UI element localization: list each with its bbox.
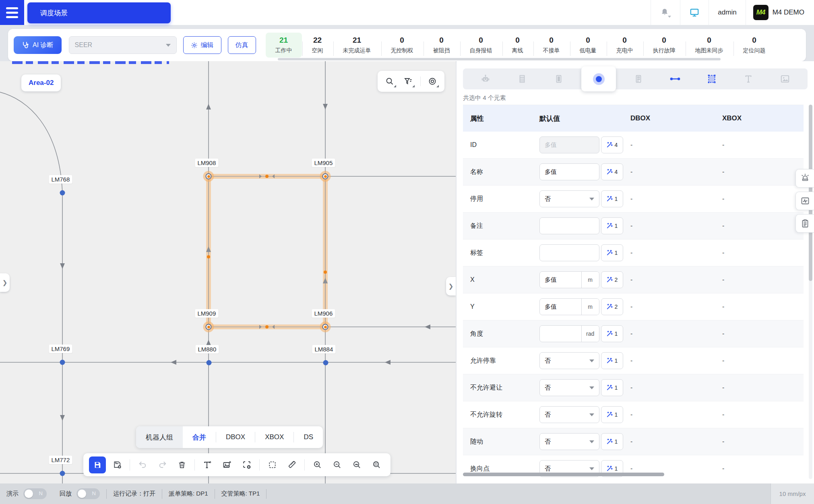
batch-apply-button[interactable]: 4 bbox=[601, 136, 623, 153]
batch-apply-button[interactable]: 1 bbox=[601, 379, 623, 396]
right-panel-collapse-handle[interactable]: ❯ bbox=[446, 277, 456, 295]
table-vertical-scrollbar[interactable] bbox=[809, 105, 812, 479]
toolbar-scrollbar[interactable] bbox=[278, 58, 721, 60]
map-node[interactable] bbox=[322, 174, 328, 180]
status-counter[interactable]: 0 不接单 bbox=[533, 33, 570, 58]
value-field[interactable]: 多值 m bbox=[539, 271, 599, 288]
status-counter[interactable]: 0 执行故障 bbox=[643, 33, 685, 58]
value-field[interactable]: 多值 bbox=[539, 136, 599, 153]
robot-group-select[interactable]: SEER bbox=[69, 36, 177, 54]
map-node[interactable] bbox=[323, 360, 328, 366]
value-field[interactable]: 多值 m bbox=[539, 298, 599, 315]
batch-apply-button[interactable]: 1 bbox=[601, 244, 623, 261]
value-field[interactable]: 否 bbox=[539, 190, 599, 207]
map-search-button[interactable] bbox=[383, 74, 397, 88]
value-field[interactable]: 否 bbox=[539, 406, 599, 423]
value-field[interactable] bbox=[539, 217, 599, 234]
zoom-in-button[interactable] bbox=[309, 456, 326, 473]
simulation-button[interactable]: 仿真 bbox=[228, 36, 256, 54]
batch-apply-button[interactable]: 2 bbox=[601, 271, 623, 288]
traffic-policy-status[interactable]: 交管策略: TP1 bbox=[215, 490, 267, 498]
replay-toggle[interactable]: N bbox=[76, 488, 100, 499]
element-type-tab[interactable]: DBOX bbox=[216, 426, 255, 448]
tool-rack[interactable] bbox=[508, 70, 536, 88]
save-remove-button[interactable] bbox=[109, 456, 126, 473]
monitor-button[interactable] bbox=[680, 0, 709, 25]
status-counter[interactable]: 0 充电中 bbox=[607, 33, 643, 58]
status-counter[interactable]: 0 离线 bbox=[502, 33, 533, 58]
zoom-to-image-button[interactable] bbox=[348, 456, 365, 473]
batch-apply-button[interactable]: 2 bbox=[601, 298, 623, 315]
tool-shelf[interactable] bbox=[624, 70, 653, 88]
batch-apply-button[interactable]: 1 bbox=[601, 190, 623, 207]
map-node[interactable] bbox=[60, 360, 65, 365]
tool-robot[interactable] bbox=[471, 70, 500, 88]
redo-button[interactable] bbox=[154, 456, 171, 473]
status-counter[interactable]: 0 地图未同步 bbox=[686, 33, 733, 58]
value-field[interactable]: 否 bbox=[539, 379, 599, 396]
notifications-button[interactable] bbox=[651, 0, 680, 25]
map-node[interactable] bbox=[60, 190, 65, 196]
map-canvas[interactable]: Area-02 LM908 bbox=[0, 61, 456, 483]
left-panel-expand-handle[interactable]: ❯ bbox=[0, 273, 10, 292]
map-node[interactable] bbox=[60, 471, 65, 476]
run-log-status[interactable]: 运行记录：打开 bbox=[107, 490, 162, 498]
hamburger-menu-button[interactable] bbox=[0, 0, 24, 25]
tool-text[interactable] bbox=[734, 70, 762, 88]
marquee-select-button[interactable] bbox=[264, 456, 281, 473]
batch-apply-button[interactable]: 1 bbox=[601, 217, 623, 234]
status-counter[interactable]: 21 工作中 bbox=[266, 33, 302, 58]
scene-tab[interactable]: 调度场景 bbox=[27, 2, 171, 23]
map-node[interactable] bbox=[206, 324, 212, 330]
map-visibility-button[interactable] bbox=[426, 74, 439, 88]
status-counter[interactable]: 0 定位问题 bbox=[733, 33, 775, 58]
map-filter-button[interactable] bbox=[401, 74, 415, 88]
tool-door[interactable] bbox=[545, 70, 573, 88]
zoom-to-selection-button[interactable] bbox=[368, 456, 385, 473]
status-counter[interactable]: 21 未完成运单 bbox=[333, 33, 381, 58]
value-field[interactable] bbox=[539, 244, 599, 261]
map-node[interactable] bbox=[206, 174, 212, 180]
zoom-out-button[interactable] bbox=[328, 456, 345, 473]
status-counter[interactable]: 22 空闲 bbox=[302, 33, 333, 58]
status-counter[interactable]: 0 无控制权 bbox=[381, 33, 423, 58]
batch-apply-button[interactable]: 4 bbox=[601, 163, 623, 180]
element-type-tab[interactable]: DS bbox=[294, 426, 323, 448]
delete-button[interactable] bbox=[174, 456, 190, 473]
demo-toggle[interactable]: N bbox=[23, 488, 47, 499]
add-frame-button[interactable] bbox=[238, 456, 255, 473]
dispatch-policy-status[interactable]: 派单策略: DP1 bbox=[162, 490, 215, 498]
value-field[interactable]: rad bbox=[539, 325, 599, 342]
batch-apply-button[interactable]: 1 bbox=[601, 406, 623, 423]
tool-path-line[interactable] bbox=[661, 70, 689, 88]
element-type-tab[interactable]: XBOX bbox=[255, 426, 293, 448]
map-node[interactable] bbox=[322, 324, 328, 330]
add-text-button[interactable] bbox=[199, 456, 216, 473]
status-counter[interactable]: 0 低电量 bbox=[570, 33, 606, 58]
batch-apply-button[interactable]: 1 bbox=[601, 433, 623, 450]
status-counter[interactable]: 0 被阻挡 bbox=[424, 33, 460, 58]
undo-button[interactable] bbox=[134, 456, 151, 473]
user-menu[interactable]: admin bbox=[709, 0, 745, 25]
save-button[interactable] bbox=[89, 456, 106, 473]
clipboard-button[interactable] bbox=[795, 214, 814, 233]
ruler-button[interactable] bbox=[283, 456, 300, 473]
ai-diagnose-button[interactable]: AI 诊断 bbox=[14, 36, 62, 54]
area-label[interactable]: Area-02 bbox=[21, 74, 61, 91]
element-type-tab[interactable]: 合并 bbox=[183, 426, 216, 448]
status-counter[interactable]: 0 自身报错 bbox=[460, 33, 502, 58]
batch-apply-button[interactable]: 1 bbox=[601, 325, 623, 342]
value-field[interactable]: 多值 bbox=[539, 163, 599, 180]
beacon-alarm-button[interactable] bbox=[795, 169, 814, 188]
value-field[interactable]: 否 bbox=[539, 433, 599, 450]
value-field[interactable]: 否 bbox=[539, 352, 599, 369]
table-horizontal-scrollbar[interactable] bbox=[463, 473, 664, 476]
add-image-button[interactable] bbox=[219, 456, 236, 473]
element-type-tab[interactable]: 机器人组 bbox=[136, 426, 183, 448]
tool-image[interactable] bbox=[771, 70, 799, 88]
batch-apply-button[interactable]: 1 bbox=[601, 352, 623, 369]
waveform-monitor-button[interactable] bbox=[795, 192, 814, 210]
map-node[interactable] bbox=[207, 360, 212, 366]
tool-region-select[interactable] bbox=[698, 70, 726, 88]
tool-point[interactable] bbox=[581, 66, 616, 91]
